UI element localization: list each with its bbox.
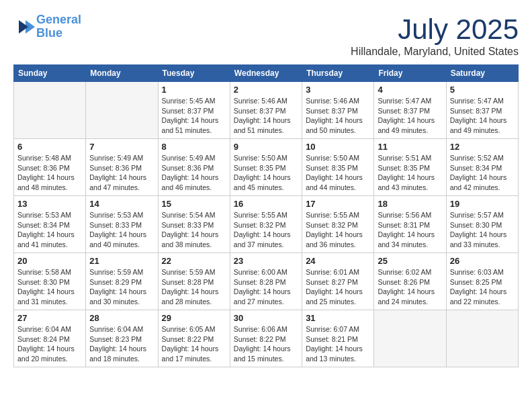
table-row: 9Sunrise: 5:50 AMSunset: 8:35 PMDaylight… bbox=[230, 139, 302, 196]
day-number: 25 bbox=[378, 256, 442, 266]
day-number: 31 bbox=[306, 313, 370, 323]
calendar-week-row: 1Sunrise: 5:45 AMSunset: 8:37 PMDaylight… bbox=[14, 82, 519, 139]
table-row: 31Sunrise: 6:07 AMSunset: 8:21 PMDayligh… bbox=[302, 310, 374, 367]
day-info: Sunrise: 5:46 AMSunset: 8:37 PMDaylight:… bbox=[234, 96, 298, 136]
table-row bbox=[86, 82, 158, 139]
day-number: 23 bbox=[234, 256, 298, 266]
day-info: Sunrise: 5:53 AMSunset: 8:33 PMDaylight:… bbox=[89, 210, 154, 250]
day-number: 30 bbox=[234, 313, 298, 323]
day-number: 22 bbox=[162, 256, 226, 266]
table-row: 12Sunrise: 5:52 AMSunset: 8:34 PMDayligh… bbox=[446, 139, 518, 196]
day-number: 1 bbox=[162, 85, 226, 95]
table-row bbox=[14, 82, 86, 139]
table-row: 11Sunrise: 5:51 AMSunset: 8:35 PMDayligh… bbox=[374, 139, 446, 196]
day-number: 7 bbox=[89, 142, 154, 152]
day-info: Sunrise: 5:54 AMSunset: 8:33 PMDaylight:… bbox=[162, 210, 226, 250]
day-number: 13 bbox=[17, 199, 82, 209]
col-friday: Friday bbox=[374, 65, 446, 82]
calendar-header-row: Sunday Monday Tuesday Wednesday Thursday… bbox=[14, 65, 519, 82]
col-saturday: Saturday bbox=[446, 65, 518, 82]
logo-text: General Blue bbox=[36, 13, 81, 40]
table-row: 5Sunrise: 5:47 AMSunset: 8:37 PMDaylight… bbox=[446, 82, 518, 139]
calendar-week-row: 6Sunrise: 5:48 AMSunset: 8:36 PMDaylight… bbox=[14, 139, 519, 196]
day-number: 8 bbox=[162, 142, 226, 152]
day-info: Sunrise: 6:05 AMSunset: 8:22 PMDaylight:… bbox=[162, 324, 226, 364]
day-number: 3 bbox=[306, 85, 370, 95]
table-row bbox=[374, 310, 446, 367]
table-row: 21Sunrise: 5:59 AMSunset: 8:29 PMDayligh… bbox=[86, 253, 158, 310]
col-wednesday: Wednesday bbox=[230, 65, 302, 82]
month-title: July 2025 bbox=[351, 13, 519, 46]
title-block: July 2025 Hillandale, Maryland, United S… bbox=[351, 13, 519, 58]
day-number: 17 bbox=[306, 199, 370, 209]
calendar-week-row: 13Sunrise: 5:53 AMSunset: 8:34 PMDayligh… bbox=[14, 196, 519, 253]
day-info: Sunrise: 5:47 AMSunset: 8:37 PMDaylight:… bbox=[378, 96, 442, 136]
table-row: 6Sunrise: 5:48 AMSunset: 8:36 PMDaylight… bbox=[14, 139, 86, 196]
day-number: 9 bbox=[234, 142, 298, 152]
day-number: 20 bbox=[17, 256, 82, 266]
day-info: Sunrise: 5:50 AMSunset: 8:35 PMDaylight:… bbox=[234, 153, 298, 193]
day-number: 11 bbox=[378, 142, 442, 152]
table-row: 15Sunrise: 5:54 AMSunset: 8:33 PMDayligh… bbox=[158, 196, 230, 253]
calendar-week-row: 20Sunrise: 5:58 AMSunset: 8:30 PMDayligh… bbox=[14, 253, 519, 310]
table-row: 13Sunrise: 5:53 AMSunset: 8:34 PMDayligh… bbox=[14, 196, 86, 253]
day-info: Sunrise: 6:01 AMSunset: 8:27 PMDaylight:… bbox=[306, 267, 370, 307]
logo-icon bbox=[13, 17, 35, 36]
day-number: 27 bbox=[17, 313, 82, 323]
table-row: 20Sunrise: 5:58 AMSunset: 8:30 PMDayligh… bbox=[14, 253, 86, 310]
day-number: 10 bbox=[306, 142, 370, 152]
day-number: 12 bbox=[450, 142, 515, 152]
day-number: 5 bbox=[450, 85, 515, 95]
day-info: Sunrise: 6:03 AMSunset: 8:25 PMDaylight:… bbox=[450, 267, 515, 307]
page-header: General Blue July 2025 Hillandale, Maryl… bbox=[13, 13, 519, 58]
day-number: 2 bbox=[234, 85, 298, 95]
table-row: 19Sunrise: 5:57 AMSunset: 8:30 PMDayligh… bbox=[446, 196, 518, 253]
day-number: 21 bbox=[89, 256, 154, 266]
table-row: 4Sunrise: 5:47 AMSunset: 8:37 PMDaylight… bbox=[374, 82, 446, 139]
col-monday: Monday bbox=[86, 65, 158, 82]
day-number: 26 bbox=[450, 256, 515, 266]
day-info: Sunrise: 5:55 AMSunset: 8:32 PMDaylight:… bbox=[306, 210, 370, 250]
day-number: 18 bbox=[378, 199, 442, 209]
day-number: 28 bbox=[89, 313, 154, 323]
calendar-table: Sunday Monday Tuesday Wednesday Thursday… bbox=[13, 64, 519, 367]
day-number: 14 bbox=[89, 199, 154, 209]
table-row: 30Sunrise: 6:06 AMSunset: 8:22 PMDayligh… bbox=[230, 310, 302, 367]
table-row: 26Sunrise: 6:03 AMSunset: 8:25 PMDayligh… bbox=[446, 253, 518, 310]
table-row: 27Sunrise: 6:04 AMSunset: 8:24 PMDayligh… bbox=[14, 310, 86, 367]
day-number: 6 bbox=[17, 142, 82, 152]
day-info: Sunrise: 5:59 AMSunset: 8:28 PMDaylight:… bbox=[162, 267, 226, 307]
day-info: Sunrise: 6:00 AMSunset: 8:28 PMDaylight:… bbox=[234, 267, 298, 307]
table-row: 8Sunrise: 5:49 AMSunset: 8:36 PMDaylight… bbox=[158, 139, 230, 196]
day-info: Sunrise: 6:06 AMSunset: 8:22 PMDaylight:… bbox=[234, 324, 298, 364]
day-info: Sunrise: 5:56 AMSunset: 8:31 PMDaylight:… bbox=[378, 210, 442, 250]
calendar-week-row: 27Sunrise: 6:04 AMSunset: 8:24 PMDayligh… bbox=[14, 310, 519, 367]
table-row: 24Sunrise: 6:01 AMSunset: 8:27 PMDayligh… bbox=[302, 253, 374, 310]
logo: General Blue bbox=[13, 13, 81, 40]
table-row: 29Sunrise: 6:05 AMSunset: 8:22 PMDayligh… bbox=[158, 310, 230, 367]
col-sunday: Sunday bbox=[14, 65, 86, 82]
day-info: Sunrise: 6:04 AMSunset: 8:24 PMDaylight:… bbox=[17, 324, 82, 364]
day-info: Sunrise: 5:59 AMSunset: 8:29 PMDaylight:… bbox=[89, 267, 154, 307]
table-row: 16Sunrise: 5:55 AMSunset: 8:32 PMDayligh… bbox=[230, 196, 302, 253]
location-title: Hillandale, Maryland, United States bbox=[351, 46, 519, 58]
day-info: Sunrise: 5:45 AMSunset: 8:37 PMDaylight:… bbox=[162, 96, 226, 136]
table-row bbox=[446, 310, 518, 367]
day-info: Sunrise: 6:07 AMSunset: 8:21 PMDaylight:… bbox=[306, 324, 370, 364]
table-row: 14Sunrise: 5:53 AMSunset: 8:33 PMDayligh… bbox=[86, 196, 158, 253]
day-info: Sunrise: 5:47 AMSunset: 8:37 PMDaylight:… bbox=[450, 96, 515, 136]
day-number: 29 bbox=[162, 313, 226, 323]
table-row: 23Sunrise: 6:00 AMSunset: 8:28 PMDayligh… bbox=[230, 253, 302, 310]
day-info: Sunrise: 6:02 AMSunset: 8:26 PMDaylight:… bbox=[378, 267, 442, 307]
day-info: Sunrise: 5:58 AMSunset: 8:30 PMDaylight:… bbox=[17, 267, 82, 307]
day-info: Sunrise: 5:46 AMSunset: 8:37 PMDaylight:… bbox=[306, 96, 370, 136]
day-info: Sunrise: 6:04 AMSunset: 8:23 PMDaylight:… bbox=[89, 324, 154, 364]
table-row: 28Sunrise: 6:04 AMSunset: 8:23 PMDayligh… bbox=[86, 310, 158, 367]
day-info: Sunrise: 5:52 AMSunset: 8:34 PMDaylight:… bbox=[450, 153, 515, 193]
col-tuesday: Tuesday bbox=[158, 65, 230, 82]
day-number: 19 bbox=[450, 199, 515, 209]
table-row: 22Sunrise: 5:59 AMSunset: 8:28 PMDayligh… bbox=[158, 253, 230, 310]
day-info: Sunrise: 5:50 AMSunset: 8:35 PMDaylight:… bbox=[306, 153, 370, 193]
table-row: 25Sunrise: 6:02 AMSunset: 8:26 PMDayligh… bbox=[374, 253, 446, 310]
day-info: Sunrise: 5:49 AMSunset: 8:36 PMDaylight:… bbox=[162, 153, 226, 193]
